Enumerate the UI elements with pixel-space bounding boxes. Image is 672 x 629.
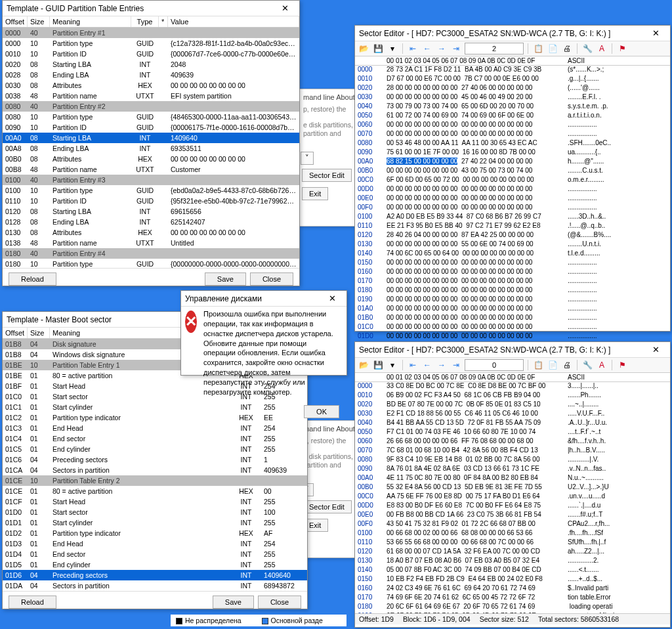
table-row[interactable]: 003008AttributesHEX00 00 00 00 00 00 00 … bbox=[3, 80, 299, 91]
reload-button[interactable]: Reload bbox=[9, 596, 56, 609]
table-row[interactable]: 018010Partition typeGUID{00000000-0000-0… bbox=[3, 259, 299, 268]
hex-row[interactable]: 00F000 00 00 00 00 00 00 00 00 00 00 00 … bbox=[355, 204, 670, 213]
next-icon[interactable]: → bbox=[436, 359, 448, 371]
table-row[interactable]: 00B848Partition nameUTXTCustomer bbox=[3, 164, 299, 175]
table-body[interactable]: 000040Partition Entry #1000010Partition … bbox=[3, 28, 299, 268]
hex-row[interactable]: 008000 53 46 48 00 00 AA 11 AA 11 00 30 … bbox=[355, 139, 670, 148]
save-button[interactable]: Save bbox=[213, 596, 254, 609]
copy-icon[interactable]: 📋 bbox=[532, 43, 544, 54]
hex-row[interactable]: 019000 00 00 00 00 00 00 00 00 00 00 00 … bbox=[355, 295, 670, 305]
hex-row[interactable]: 000028 73 2A C1 1F F8 D2 11 BA 4B 00 A0 … bbox=[355, 66, 670, 75]
hex-row[interactable]: 00A068 82 15 00 00 00 00 00 27 40 22 04 … bbox=[355, 158, 670, 167]
hex-row[interactable]: 00B055 32 E4 8A 56 00 CD 13 5D EB 9E 81 … bbox=[355, 483, 670, 492]
hex-row[interactable]: 00707C 68 01 00 68 10 00 B4 42 8A 56 00 … bbox=[355, 446, 670, 456]
table-row[interactable]: 002008Starting LBAINT2048 bbox=[3, 59, 299, 70]
save-icon[interactable]: 💾 bbox=[372, 359, 384, 371]
table-row[interactable]: 013848Partition nameUTXTUntitled bbox=[3, 238, 299, 248]
prev-icon[interactable]: ← bbox=[421, 359, 433, 371]
chevron-down-icon[interactable]: ˅ bbox=[301, 152, 314, 165]
flag-icon[interactable]: ⚑ bbox=[616, 359, 628, 371]
hex-row[interactable]: 013000 00 00 00 00 00 00 00 55 00 6E 00 … bbox=[355, 240, 670, 249]
hex-row[interactable]: 002028 00 00 00 00 00 00 00 27 40 06 00 … bbox=[355, 84, 670, 93]
hex-row[interactable]: 009075 61 00 00 1E 7F 00 00 16 16 00 00 … bbox=[355, 148, 670, 158]
goto-input[interactable] bbox=[465, 359, 524, 371]
hex-row[interactable]: 001006 B9 00 02 FC F3 A4 50 68 1C 06 CB … bbox=[355, 391, 670, 401]
goto-input[interactable] bbox=[465, 43, 524, 54]
hex-row[interactable]: 01906E 67 20 73 79 73 74 65 6D 00 4D 69 … bbox=[355, 612, 670, 613]
close-button[interactable]: Close bbox=[258, 596, 301, 609]
font-icon[interactable]: A bbox=[596, 43, 608, 54]
table-row[interactable]: 000010Partition typeGUID{c12a7328-f81f-1… bbox=[3, 38, 299, 49]
close-icon[interactable]: ✕ bbox=[274, 3, 295, 13]
table-row[interactable]: 01C604Preceding sectorsINT1 bbox=[3, 454, 307, 465]
hex-row[interactable]: 00C06F 00 6D 00 65 00 72 00 00 00 00 00 … bbox=[355, 176, 670, 185]
table-row[interactable]: 012808Ending LBAINT625142407 bbox=[3, 217, 299, 227]
table-row[interactable]: 00A008Starting LBAINT1409640 bbox=[3, 133, 299, 143]
table-row[interactable]: 01D201Partition type indicatorHEXAF bbox=[3, 528, 307, 538]
hex-view[interactable]: 000028 73 2A C1 1F F8 D2 11 BA 4B 00 A0 … bbox=[355, 66, 670, 360]
paste-icon[interactable]: 📄 bbox=[547, 43, 558, 54]
hex-row[interactable]: 0040B4 41 BB AA 55 CD 13 5D 72 0F 81 FB … bbox=[355, 419, 670, 428]
hex-row[interactable]: 016024 02 C3 49 6E 76 61 6C 69 64 20 70 … bbox=[355, 584, 670, 594]
table-row[interactable]: 012008Starting LBAINT69615656 bbox=[3, 206, 299, 217]
hex-row[interactable]: 011053 66 55 66 68 00 00 00 00 66 68 00 … bbox=[355, 538, 670, 548]
hex-row[interactable]: 005061 00 72 00 74 00 69 00 74 00 69 00 … bbox=[355, 112, 670, 121]
hex-row[interactable]: 0110EE 21 F3 95 B0 E5 BB 40 97 C2 71 E7 … bbox=[355, 222, 670, 231]
prev-icon[interactable]: ← bbox=[421, 43, 433, 54]
sector-edit-button[interactable]: Sector Edit bbox=[302, 500, 352, 513]
table-row[interactable]: 01CE0180 = active partitionHEX00 bbox=[3, 486, 307, 496]
hex-row[interactable]: 00C0AA 75 6E FF 76 00 E8 8D 00 75 17 FA … bbox=[355, 492, 670, 502]
flag-icon[interactable]: ⚑ bbox=[616, 43, 628, 54]
exit-button[interactable]: Exit bbox=[302, 187, 328, 200]
hex-row[interactable]: 010000 66 68 00 02 00 00 66 68 08 00 00 … bbox=[355, 529, 670, 538]
last-icon[interactable]: ⇥ bbox=[450, 359, 462, 371]
tool-icon[interactable]: 🔧 bbox=[581, 43, 593, 54]
table-row[interactable]: 01C301End HeadINT254 bbox=[3, 423, 307, 433]
hex-row[interactable]: 0030E2 F1 CD 18 88 56 00 55 C6 46 11 05 … bbox=[355, 410, 670, 419]
hex-row[interactable]: 017000 00 00 00 00 00 00 00 00 00 00 00 … bbox=[355, 277, 670, 286]
hex-row[interactable]: 012028 40 26 04 00 00 00 00 87 EA 42 25 … bbox=[355, 231, 670, 240]
hex-row[interactable]: 014074 00 6C 00 65 00 64 00 00 00 00 00 … bbox=[355, 249, 670, 259]
table-row[interactable]: 01D001Start sectorINT100 bbox=[3, 507, 307, 517]
table-row[interactable]: 009010Partition IDGUID{00006175-7f1e-000… bbox=[3, 122, 299, 133]
hex-row[interactable]: 01C000 00 00 00 00 00 00 00 00 00 00 00 … bbox=[355, 323, 670, 332]
hex-row[interactable]: 01B000 00 00 00 00 00 00 00 00 00 00 00 … bbox=[355, 314, 670, 323]
hex-row[interactable]: 0100A2 A0 D0 EB E5 B9 33 44 87 C0 68 B6 … bbox=[355, 213, 670, 222]
close-button[interactable]: Close bbox=[250, 272, 293, 286]
hex-row[interactable]: 00F043 50 41 75 32 81 F9 02 01 72 2C 66 … bbox=[355, 520, 670, 529]
hex-row[interactable]: 00A04E 11 75 0C 80 7E 00 80 0F 84 8A 00 … bbox=[355, 474, 670, 483]
table-row[interactable]: 01D604Preceding sectorsINT1409640 bbox=[3, 570, 307, 580]
hex-view[interactable]: 000033 C0 8E D0 BC 00 7C 8E C0 8E D8 BE … bbox=[355, 382, 670, 613]
table-row[interactable]: 01C501End cylinderINT255 bbox=[3, 444, 307, 454]
table-row[interactable]: 01CE10Partition Table Entry 2 bbox=[3, 475, 307, 486]
close-icon[interactable]: ✕ bbox=[645, 345, 666, 355]
table-row[interactable]: 002808Ending LBAINT409639 bbox=[3, 70, 299, 80]
table-row[interactable]: 013008AttributesHEX00 00 00 00 00 00 00 … bbox=[3, 227, 299, 238]
hex-row[interactable]: 00D000 00 00 00 00 00 00 00 00 00 00 00 … bbox=[355, 185, 670, 194]
save-button[interactable]: Save bbox=[205, 272, 246, 286]
print-icon[interactable]: 🖨 bbox=[561, 43, 573, 54]
open-icon[interactable]: 📂 bbox=[358, 359, 369, 371]
table-row[interactable]: 008010Partition typeGUID{48465300-0000-1… bbox=[3, 112, 299, 122]
hex-row[interactable]: 000033 C0 8E D0 BC 00 7C 8E C0 8E D8 BE … bbox=[355, 382, 670, 391]
sector-edit-button[interactable]: Sector Edit bbox=[302, 169, 352, 182]
hex-row[interactable]: 006026 66 68 00 00 00 00 66 FF 76 08 68 … bbox=[355, 437, 670, 446]
hex-row[interactable]: 015000 00 00 00 00 00 00 00 00 00 00 00 … bbox=[355, 259, 670, 268]
first-icon[interactable]: ⇤ bbox=[407, 43, 419, 54]
table-row[interactable]: 01D301End HeadINT254 bbox=[3, 538, 307, 549]
hex-row[interactable]: 014005 00 07 8B F0 AC 3C 00 74 09 BB 07 … bbox=[355, 566, 670, 575]
hex-row[interactable]: 012061 68 00 00 07 CD 1A 5A 32 F6 EA 00 … bbox=[355, 548, 670, 557]
table-row[interactable]: 01D401End sectorINT255 bbox=[3, 549, 307, 559]
hex-row[interactable]: 018000 00 00 00 00 00 00 00 00 00 00 00 … bbox=[355, 286, 670, 295]
save-icon[interactable]: 💾 bbox=[372, 43, 384, 54]
hex-row[interactable]: 017074 69 6F 6E 20 74 61 62 6C 65 00 45 … bbox=[355, 594, 670, 603]
hex-row[interactable]: 018020 6C 6F 61 64 69 6E 67 20 6F 70 65 … bbox=[355, 603, 670, 612]
table-row[interactable]: 01D501End cylinderINT255 bbox=[3, 559, 307, 570]
table-row[interactable]: 011010Partition IDGUID{95f321ee-e5b0-40b… bbox=[3, 196, 299, 206]
table-row[interactable]: 010010Partition typeGUID{ebd0a0a2-b9e5-4… bbox=[3, 185, 299, 196]
hex-row[interactable]: 00E000 00 00 00 00 00 00 00 00 00 00 00 … bbox=[355, 194, 670, 204]
open-icon[interactable]: 📂 bbox=[358, 43, 369, 54]
hex-row[interactable]: 00908A 76 01 8A 4E 02 8A 6E 03 CD 13 66 … bbox=[355, 465, 670, 474]
table-row[interactable]: 003848Partition nameUTXTEFI system parti… bbox=[3, 91, 299, 101]
table-row[interactable]: 008040Partition Entry #2 bbox=[3, 101, 299, 112]
